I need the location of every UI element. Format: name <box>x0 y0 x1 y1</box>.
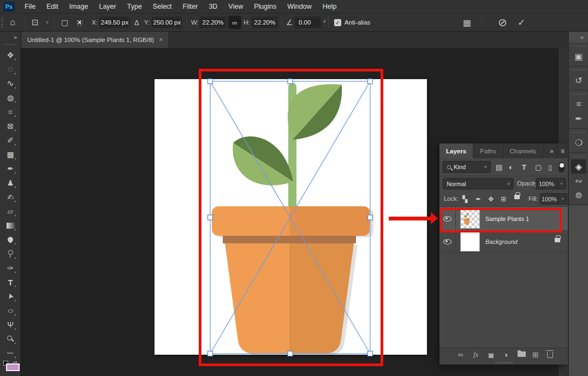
filter-shape-layers-icon[interactable]: ▢ <box>535 163 542 171</box>
dock-grip[interactable] <box>573 132 585 133</box>
lock-pixels-icon[interactable]: ✒ <box>476 195 481 203</box>
height-field[interactable]: 22.20% <box>252 17 278 28</box>
blend-mode-dropdown[interactable]: Normal ˅ <box>443 178 514 189</box>
blur-tool[interactable] <box>3 232 17 247</box>
rotation-field[interactable]: 0.00 <box>295 17 321 28</box>
panel-menu-icon[interactable]: ≡ <box>557 144 568 158</box>
object-selection-tool[interactable]: ◍ <box>3 91 17 105</box>
transform-tool-icon[interactable]: ⊡ <box>32 17 39 27</box>
menu-layer[interactable]: Layer <box>93 0 121 14</box>
type-tool[interactable]: T <box>3 275 17 289</box>
menu-file[interactable]: File <box>19 0 41 14</box>
fill-dropdown[interactable]: 100% ˅ <box>540 193 567 205</box>
reference-point-toggle-icon[interactable]: ▢ <box>61 18 68 27</box>
layer-visibility-toggle[interactable] <box>439 231 456 252</box>
fill-value[interactable]: 100% <box>540 193 559 205</box>
filter-pixel-layers-icon[interactable]: ▤ <box>496 163 502 171</box>
channels-panel-icon[interactable]: ⊚ <box>571 188 586 202</box>
tab-paths[interactable]: Paths <box>473 144 503 158</box>
filter-toggle-switch[interactable] <box>559 162 565 172</box>
eyedropper-tool[interactable]: ✐ <box>3 133 17 147</box>
dock-grip[interactable] <box>573 45 585 47</box>
foreground-background-colors[interactable]: ⇄ <box>2 361 19 369</box>
dock-grip[interactable] <box>573 156 585 157</box>
anti-alias-checkbox[interactable]: ✓ <box>334 19 341 26</box>
panel-resize-grip[interactable] <box>439 361 568 365</box>
history-brush-tool[interactable]: ✍ <box>3 190 17 204</box>
dock-grip[interactable] <box>573 93 585 95</box>
free-transform-bounding-box[interactable] <box>155 64 427 365</box>
menu-filter[interactable]: Filter <box>177 0 204 14</box>
edit-toolbar-button[interactable]: ••• <box>3 346 17 360</box>
menu-help[interactable]: Help <box>317 0 342 14</box>
new-group-icon[interactable] <box>518 348 526 358</box>
menu-image[interactable]: Image <box>64 0 94 14</box>
toolbar-grip[interactable] <box>4 44 17 45</box>
delete-layer-icon[interactable] <box>547 348 553 359</box>
eraser-tool[interactable]: ▱ <box>3 204 17 218</box>
paths-panel-icon[interactable]: ∾ <box>571 174 586 188</box>
dodge-tool[interactable] <box>3 247 17 261</box>
move-tool[interactable]: ✥ <box>3 48 17 62</box>
filter-adjustment-layers-icon[interactable]: ◐ <box>509 163 513 171</box>
width-field[interactable]: 22.20% <box>200 17 226 28</box>
menu-window[interactable]: Window <box>282 0 317 14</box>
marquee-tool[interactable]: ◌ <box>3 62 17 76</box>
layer-name[interactable]: Background <box>485 238 518 245</box>
home-icon[interactable]: ⌂ <box>10 17 15 28</box>
menu-plugins[interactable]: Plugins <box>248 0 282 14</box>
link-layers-icon[interactable]: ∞ <box>458 350 463 359</box>
document-tab[interactable]: Untitled-1 @ 100% (Sample Plants 1, RGB/… <box>22 32 169 48</box>
layer-thumbnail[interactable] <box>460 232 480 252</box>
menu-view[interactable]: View <box>223 0 248 14</box>
background-lock-icon[interactable] <box>555 237 560 243</box>
filter-kind-dropdown[interactable]: Kind ˅ <box>443 161 491 173</box>
clone-stamp-tool[interactable]: ♟ <box>3 176 17 190</box>
layer-name[interactable]: Sample Plants 1 <box>485 216 529 222</box>
toolbar-expand-icon[interactable]: » <box>14 34 17 40</box>
x-position-field[interactable]: 249.50 px <box>100 17 129 28</box>
y-position-field[interactable]: 250.00 px <box>152 17 182 28</box>
options-grip[interactable] <box>1 17 3 28</box>
lock-position-icon[interactable]: ✥ <box>488 195 494 203</box>
chevron-down-icon[interactable]: ˅ <box>559 193 567 205</box>
warp-mode-icon[interactable]: ▦ <box>463 17 471 28</box>
tab-channels[interactable]: Channels <box>503 144 544 158</box>
lock-all-icon[interactable] <box>514 192 520 200</box>
layer-row-background[interactable]: Background <box>439 231 568 253</box>
zoom-tool[interactable] <box>3 332 17 346</box>
libraries-panel-icon[interactable]: ▣ <box>571 49 586 63</box>
shape-tool[interactable]: ○ <box>3 303 17 318</box>
menu-3d[interactable]: 3D <box>203 0 223 14</box>
menu-type[interactable]: Type <box>122 0 147 14</box>
menu-edit[interactable]: Edit <box>41 0 64 14</box>
menu-select[interactable]: Select <box>147 0 177 14</box>
brush-tool[interactable]: ✒ <box>3 162 17 176</box>
healing-brush-tool[interactable]: ▩ <box>3 147 17 162</box>
chevron-down-icon[interactable]: ˅ <box>46 20 49 25</box>
layer-style-fx-icon[interactable]: fx <box>473 350 478 359</box>
filter-type-layers-icon[interactable]: T <box>522 163 526 171</box>
opacity-value[interactable]: 100% <box>536 178 557 189</box>
relative-position-delta-icon[interactable]: Δ <box>134 19 139 27</box>
history-panel-icon[interactable]: ↺ <box>571 73 586 87</box>
lock-transparency-icon[interactable]: ▚ <box>462 195 467 203</box>
commit-transform-icon[interactable]: ✓ <box>518 17 525 28</box>
layer-visibility-toggle[interactable] <box>439 207 456 230</box>
crop-tool[interactable]: ⌗ <box>3 105 17 119</box>
maintain-aspect-ratio-button[interactable]: ∞ <box>228 16 241 29</box>
frame-tool[interactable]: ⊠ <box>3 119 17 133</box>
path-selection-tool[interactable]: ➤ <box>3 289 17 303</box>
filter-smart-objects-icon[interactable]: ▯ <box>548 163 552 171</box>
layers-panel-icon[interactable]: ◈ <box>571 159 586 174</box>
tab-layers[interactable]: Layers <box>439 144 473 158</box>
close-tab-icon[interactable]: × <box>159 36 163 44</box>
reference-point-locator-icon[interactable] <box>76 19 83 26</box>
lasso-tool[interactable]: ∿ <box>3 76 17 91</box>
new-layer-icon[interactable]: ⊞ <box>532 350 539 359</box>
lock-artboard-icon[interactable]: ⊞ <box>501 195 506 203</box>
brush-settings-panel-icon[interactable]: ≡ <box>571 97 586 111</box>
new-adjustment-layer-icon[interactable]: ◑ <box>503 350 508 359</box>
swatches-panel-icon[interactable]: ❍ <box>571 135 586 150</box>
collapse-dock-icon[interactable]: « <box>580 34 584 40</box>
